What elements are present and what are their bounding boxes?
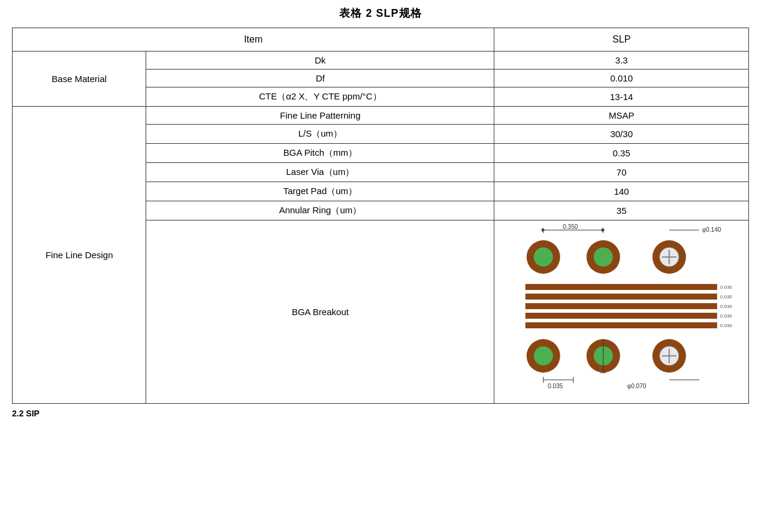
value-df: 0.010	[494, 69, 749, 87]
svg-text:0.030: 0.030	[720, 294, 733, 300]
svg-rect-18	[526, 322, 717, 328]
category-fine-line-design: Fine Line Design	[13, 107, 146, 404]
bottom-label: 2.2 SIP	[12, 409, 749, 418]
bga-diagram-cell: 0.350 φ0.140 0.030 0.030 0.030 0.030	[494, 220, 749, 404]
svg-text:0.030: 0.030	[720, 323, 733, 328]
value-dk: 3.3	[494, 52, 749, 69]
svg-text:0.030: 0.030	[720, 313, 733, 319]
main-table: Item SLP Base Material Dk 3.3 Df 0.010 C…	[12, 28, 749, 404]
item-ls: L/S（um）	[146, 125, 494, 144]
value-fine-line-patterning: MSAP	[494, 107, 749, 125]
item-annular-ring: Annular Ring（um）	[146, 201, 494, 220]
table-row: Fine Line Design Fine Line Patterning MS…	[13, 107, 749, 125]
value-laser-via: 70	[494, 163, 749, 182]
svg-rect-14	[526, 284, 717, 290]
slp-header: SLP	[494, 28, 749, 52]
item-bga-pitch: BGA Pitch（mm）	[146, 144, 494, 163]
value-annular-ring: 35	[494, 201, 749, 220]
value-ls: 30/30	[494, 125, 749, 144]
item-cte: CTE（α2 X、Y CTE ppm/°C）	[146, 87, 494, 107]
svg-text:0.030: 0.030	[720, 304, 733, 309]
item-bga-breakout: BGA Breakout	[146, 220, 494, 404]
svg-text:0.030: 0.030	[720, 285, 733, 290]
item-dk: Dk	[146, 52, 494, 69]
svg-rect-16	[526, 303, 717, 309]
value-bga-pitch: 0.35	[494, 144, 749, 163]
category-base-material: Base Material	[13, 52, 146, 107]
svg-text:0.035: 0.035	[548, 383, 563, 389]
value-cte: 13-14	[494, 87, 749, 107]
table-row: Base Material Dk 3.3	[13, 52, 749, 69]
item-df: Df	[146, 69, 494, 87]
svg-text:φ0.140: φ0.140	[702, 226, 721, 233]
page-title: 表格 2 SLP规格	[12, 6, 749, 20]
svg-point-1	[534, 247, 553, 267]
svg-point-25	[534, 346, 553, 365]
svg-text:0.350: 0.350	[563, 224, 578, 230]
svg-point-3	[594, 247, 613, 267]
svg-text:φ0.070: φ0.070	[627, 383, 647, 389]
value-target-pad: 140	[494, 182, 749, 201]
item-laser-via: Laser Via（um）	[146, 163, 494, 182]
item-target-pad: Target Pad（um）	[146, 182, 494, 201]
bga-diagram: 0.350 φ0.140 0.030 0.030 0.030 0.030	[499, 224, 744, 398]
item-header: Item	[13, 28, 494, 52]
svg-rect-15	[526, 294, 717, 300]
item-fine-line-patterning: Fine Line Patterning	[146, 107, 494, 125]
svg-rect-17	[526, 313, 717, 319]
